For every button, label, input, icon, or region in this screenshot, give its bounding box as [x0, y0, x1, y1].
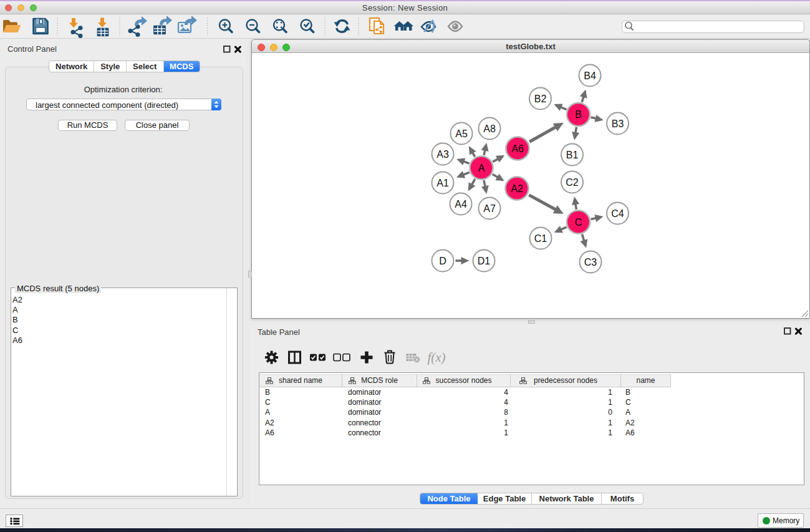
- svg-text:B2: B2: [534, 94, 547, 104]
- svg-text:A: A: [478, 163, 485, 173]
- svg-text:C4: C4: [611, 208, 624, 219]
- svg-text:C3: C3: [584, 257, 597, 268]
- svg-text:A7: A7: [483, 203, 496, 214]
- svg-text:A6: A6: [511, 143, 524, 154]
- svg-text:A4: A4: [455, 199, 467, 210]
- svg-text:A5: A5: [455, 128, 468, 139]
- svg-text:B1: B1: [566, 150, 579, 160]
- svg-text:A3: A3: [436, 149, 449, 160]
- svg-text:D: D: [439, 256, 446, 266]
- svg-text:C1: C1: [534, 233, 547, 244]
- svg-text:D1: D1: [478, 256, 491, 266]
- svg-text:C: C: [575, 217, 582, 228]
- svg-text:B: B: [575, 109, 582, 120]
- svg-text:B4: B4: [584, 70, 596, 81]
- svg-text:A8: A8: [483, 123, 496, 134]
- svg-text:B3: B3: [612, 118, 624, 129]
- svg-text:f(x): f(x): [427, 350, 445, 365]
- svg-text:C2: C2: [566, 177, 579, 188]
- svg-text:A2: A2: [511, 183, 523, 194]
- svg-text:A1: A1: [436, 178, 449, 188]
